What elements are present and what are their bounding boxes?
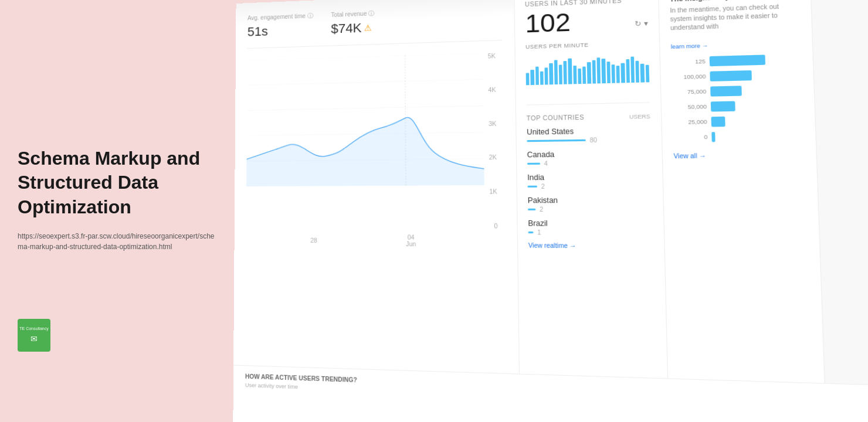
country-value: 4 xyxy=(544,160,548,167)
warning-icon: ⚠ xyxy=(364,23,372,32)
mini-bar xyxy=(621,63,625,83)
metric-engagement-value: 51s xyxy=(247,22,313,40)
countries-header: TOP COUNTRIES USERS xyxy=(527,113,650,121)
mini-bar xyxy=(626,59,630,83)
analytics-container: Avg. engagement time ⓘ 51s Total revenue… xyxy=(233,0,868,422)
h-bar xyxy=(710,86,742,96)
mini-bar xyxy=(640,64,645,83)
metric-revenue-label: Total revenue ⓘ xyxy=(331,9,374,19)
table-row: 50,000 xyxy=(672,100,803,113)
mini-bar xyxy=(540,72,544,85)
svg-line-2 xyxy=(247,106,483,110)
learn-more-link[interactable]: learn more → xyxy=(671,43,708,50)
insights-subtitle: In the meantime, you can check out syste… xyxy=(670,2,800,33)
users-panel: USERS IN LAST 30 MINUTES 102 ↻ ▾ USERS P… xyxy=(514,0,669,422)
list-item: Brazil 1 xyxy=(528,219,653,237)
mini-bar xyxy=(587,62,591,84)
country-name: Canada xyxy=(527,149,652,159)
y-label-4k: 4K xyxy=(488,86,496,93)
line-chart-svg xyxy=(246,53,484,187)
h-bar-label: 75,000 xyxy=(672,89,707,96)
h-bar-label: 0 xyxy=(673,134,708,141)
badge: TE Consultancy ✉ xyxy=(18,319,50,352)
y-label-3k: 3K xyxy=(489,120,496,127)
mini-bar xyxy=(645,65,649,83)
mini-bar xyxy=(596,57,601,83)
list-item: United States 80 xyxy=(527,126,651,145)
country-name: India xyxy=(527,172,652,182)
country-name: Pakistan xyxy=(528,196,652,205)
country-bar xyxy=(527,139,585,142)
metric-engagement: Avg. engagement time ⓘ 51s xyxy=(247,12,313,39)
country-bar-row: 2 xyxy=(527,182,652,190)
users-col-label: USERS xyxy=(629,113,650,120)
country-bar xyxy=(527,163,540,165)
metrics-row: Avg. engagement time ⓘ 51s Total revenue… xyxy=(247,5,502,49)
x-axis: 28 04Jun xyxy=(246,233,485,248)
mini-bar xyxy=(611,64,615,83)
mini-bar xyxy=(554,60,558,84)
country-bar-row: 1 xyxy=(528,229,653,237)
view-realtime-link[interactable]: View realtime → xyxy=(528,242,653,250)
mini-bar xyxy=(549,63,552,85)
country-name: United States xyxy=(527,126,650,137)
h-bar-label: 25,000 xyxy=(673,119,707,126)
insights-panel: The insights of your last visit In the m… xyxy=(658,0,827,422)
main-chart-area: Avg. engagement time ⓘ 51s Total revenue… xyxy=(233,0,520,422)
h-bar-label: 100,000 xyxy=(672,73,706,80)
country-bar xyxy=(528,209,535,210)
metric-engagement-label: Avg. engagement time ⓘ xyxy=(247,12,313,22)
users-per-minute-chart xyxy=(525,51,649,85)
mini-bar xyxy=(582,67,586,84)
mini-bar xyxy=(606,62,611,83)
h-bar-label: 50,000 xyxy=(672,104,707,111)
line-chart-area: 5K 4K 3K 2K 1K 0 xyxy=(246,53,504,249)
y-label-5k: 5K xyxy=(488,53,496,60)
mini-bar xyxy=(568,59,572,84)
list-item: Canada 4 xyxy=(527,149,652,167)
x-label-28: 28 xyxy=(310,237,317,243)
mini-bar xyxy=(636,61,640,83)
svg-line-0 xyxy=(247,53,483,60)
mini-bar xyxy=(526,73,530,85)
left-panel: Schema Markup and Structured Data Optimi… xyxy=(0,0,235,422)
table-row: 125 xyxy=(671,54,801,67)
h-bar xyxy=(711,101,735,111)
mini-bar xyxy=(531,70,534,85)
y-label-2k: 2K xyxy=(489,154,497,161)
mini-bar xyxy=(578,69,581,84)
view-all-link[interactable]: View all → xyxy=(673,151,805,159)
h-bar xyxy=(711,117,725,127)
mini-bar xyxy=(535,67,538,85)
country-value: 2 xyxy=(540,206,543,213)
y-label-0: 0 xyxy=(494,223,497,230)
page-title: Schema Markup and Structured Data Optimi… xyxy=(18,147,217,220)
country-value: 80 xyxy=(589,137,597,144)
refresh-icon[interactable]: ↻ xyxy=(635,19,642,28)
y-label-1k: 1K xyxy=(489,188,497,195)
h-bar xyxy=(711,132,715,142)
country-value: 2 xyxy=(541,183,545,190)
country-bar-row: 4 xyxy=(527,159,652,168)
users-panel-top: USERS IN LAST 30 MINUTES 102 ↻ ▾ USERS P… xyxy=(525,0,650,106)
mini-bar xyxy=(602,59,606,83)
badge-icon: ✉ xyxy=(30,333,38,344)
horizontal-bar-chart: 125 100,000 75,000 50,000 25,000 0 xyxy=(671,54,804,143)
h-bar xyxy=(710,55,765,66)
table-row: 75,000 xyxy=(672,84,803,97)
mini-bar xyxy=(573,66,577,84)
page-url[interactable]: https://seoexpert.s3.fr-par.scw.cloud/hi… xyxy=(18,231,217,252)
metric-revenue: Total revenue ⓘ $74K ⚠ xyxy=(331,9,375,36)
badge-label: TE Consultancy xyxy=(19,326,48,331)
country-list: United States 80 Canada 4 India 2 Pakist… xyxy=(527,126,653,237)
list-item: Pakistan 2 xyxy=(528,196,653,213)
country-bar-row: 2 xyxy=(528,206,653,213)
h-bar xyxy=(710,70,752,81)
analytics-panel: Avg. engagement time ⓘ 51s Total revenue… xyxy=(233,0,868,422)
mini-bar xyxy=(592,60,596,84)
country-value: 1 xyxy=(537,229,541,236)
dropdown-icon[interactable]: ▾ xyxy=(644,19,648,28)
top-countries-label: TOP COUNTRIES xyxy=(527,114,585,121)
country-name: Brazil xyxy=(528,219,653,228)
y-axis: 5K 4K 3K 2K 1K 0 xyxy=(488,53,498,230)
